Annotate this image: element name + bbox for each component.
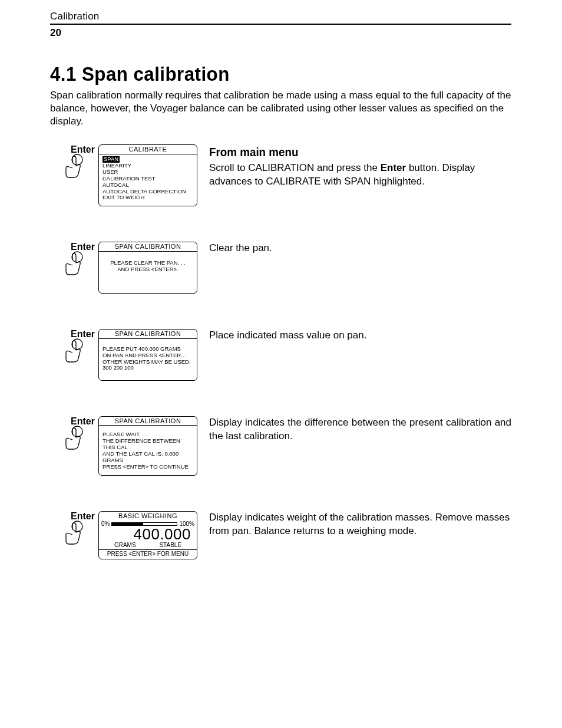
lcd-line: EXIT TO WEIGH [103,194,144,200]
lcd-screen: SPAN CALIBRATION PLEASE PUT 400.000 GRAM… [98,329,197,381]
lcd-title: SPAN CALIBRATION [99,242,197,252]
lcd-line: PRESS <ENTER> TO CONTINUE [103,463,189,470]
enter-button-diagram: Enter [50,416,97,452]
enter-button-diagram: Enter [50,329,97,364]
enter-button-diagram: Enter [50,511,97,546]
step-explanation: Display indicates the difference between… [209,416,511,443]
lcd-body: SPAN LINEARITY USER CALIBRATION TEST AUT… [99,154,197,206]
header-section-label: Calibration [50,11,99,22]
page: Calibration 20 4.1 Span calibration Span… [0,0,562,728]
lcd-line: AUTOCAL DELTA CORRECTION [103,188,186,195]
lcd-screen: SPAN CALIBRATION PLEASE CLEAR THE PAN. .… [98,242,197,294]
lcd-line: PLEASE WAIT. . . [103,431,147,437]
lcd-body: PLEASE PUT 400.000 GRAMS ON PAN AND PRES… [99,339,197,380]
lcd-bar-fill [112,523,143,525]
step-explanation: Place indicated mass value on pan. [209,329,511,342]
lcd-title: BASIC WEIGHING [99,512,197,521]
lcd-line: USER [103,169,118,175]
lcd-weight-value: 400.000 [99,526,197,542]
enter-bold: Enter [381,162,406,173]
lcd-line: AND THE LAST CAL IS: 0.000 GRAMS [103,450,178,463]
lcd-line: ON PAN AND PRESS <ENTER… [103,352,187,358]
step-explanation: Display indicates weight of the calibrat… [209,511,511,538]
press-finger-icon [61,338,87,364]
lcd-line: PLEASE CLEAR THE PAN. . . [110,259,185,266]
lcd-bar-track [111,522,177,526]
press-finger-icon [61,521,87,546]
enter-button-diagram: Enter [50,144,97,180]
lcd-line: AND PRESS <ENTER>. [117,266,178,272]
lcd-line: AUTOCAL [103,182,129,188]
step-row: Enter CALIBRATE SPAN LINEARITY USER CALI… [50,144,511,206]
enter-button-diagram: Enter [50,242,97,277]
lcd-line: PLEASE PUT 400.000 GRAMS [103,345,181,352]
lcd-line: THE DIFFERENCE BETWEEN THIS CAL [103,437,180,450]
page-number: 20 [50,27,511,39]
lcd-title: CALIBRATE [99,145,197,154]
lcd-line: OTHER WEIGHTS MAY BE USED: [103,358,191,365]
step-row: Enter SPAN CALIBRATION PLEASE PUT 400.00… [50,329,511,381]
step-row: Enter SPAN CALIBRATION PLEASE CLEAR THE … [50,242,511,294]
lcd-title: SPAN CALIBRATION [99,417,197,426]
lcd-status: STABLE [159,542,181,549]
lcd-units-row: GRAMS STABLE [99,542,197,551]
section-intro: Span calibration normally requires that … [50,89,511,128]
step-explanation: From main menu Scroll to CALIBRATION and… [209,144,511,189]
lcd-body: PLEASE CLEAR THE PAN. . . AND PRESS <ENT… [99,252,197,293]
press-finger-icon [61,251,87,277]
lcd-title: SPAN CALIBRATION [99,330,197,339]
step-row: Enter SPAN CALIBRATION PLEASE WAIT. . . … [50,416,511,476]
lcd-body: PLEASE WAIT. . . THE DIFFERENCE BETWEEN … [99,426,197,475]
lcd-screen: BASIC WEIGHING 0% 100% 400.000 GRAMS STA… [98,511,197,559]
press-finger-icon [61,154,87,180]
lcd-line: LINEARITY [103,162,131,169]
press-finger-icon [61,426,87,452]
lcd-units: GRAMS [114,542,136,549]
step-explanation: Clear the pan. [209,242,511,255]
section-title: 4.1 Span calibration [50,62,474,85]
lcd-screen: SPAN CALIBRATION PLEASE WAIT. . . THE DI… [98,416,197,476]
step-row: Enter BASIC WEIGHING 0% 100% 400.000 GRA… [50,511,511,559]
lcd-footer: PRESS <ENTER> FOR MENU [99,550,197,559]
lcd-line: 300 200 100 [103,364,134,371]
lcd-screen: CALIBRATE SPAN LINEARITY USER CALIBRATIO… [98,144,197,206]
step-text-part: Scroll to CALIBRATION and press the [209,162,381,173]
lcd-pct-left: 0% [101,521,110,528]
step-subhead: From main menu [209,144,493,160]
header-rule: Calibration [50,11,511,25]
lcd-line: CALIBRATION TEST [103,175,155,182]
